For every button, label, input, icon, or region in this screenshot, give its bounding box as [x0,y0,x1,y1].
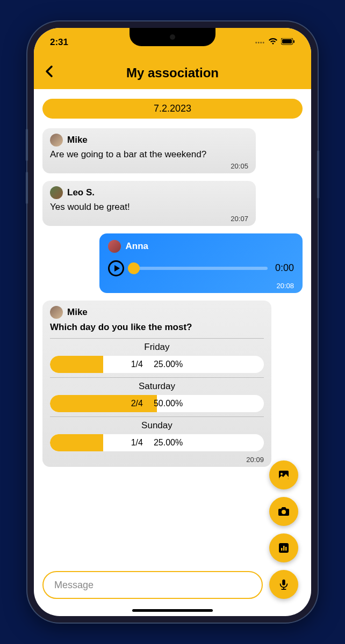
poll-count: 2/4 [131,399,143,408]
poll-option-bar[interactable]: 1/4 25.00% [50,434,264,451]
sender-name: Anna [125,241,148,252]
poll-option-label: Friday [50,342,264,353]
message-placeholder: Message [54,580,94,591]
chat-header: My association [34,57,311,89]
gallery-button[interactable] [269,460,298,489]
microphone-icon [278,579,290,590]
cellular-dots-icon: •••• [255,40,265,46]
avatar[interactable] [108,240,121,253]
message-bubble: Leo S. Yes would be great! 20:07 [42,181,256,226]
svg-point-5 [282,510,286,514]
poll-question: Which day do you like the most? [50,322,264,333]
poll-option-label: Sunday [50,420,264,431]
poll-count: 1/4 [131,360,143,369]
wifi-icon [268,37,278,48]
message-text: Are we going to a bar at the weekend? [50,149,248,161]
image-icon [277,469,290,481]
svg-point-4 [281,473,283,475]
svg-rect-2 [293,40,294,43]
audio-slider[interactable] [132,267,267,270]
back-button[interactable] [45,64,53,82]
battery-icon [281,37,295,48]
svg-rect-1 [282,39,292,43]
chat-title: My association [126,65,219,80]
poll-percent: 25.00% [154,360,183,369]
bar-chart-icon [277,541,290,554]
poll-option-label: Saturday [50,381,264,392]
svg-rect-10 [282,580,285,586]
message-time: 20:07 [50,215,248,223]
poll-button[interactable] [269,533,298,562]
svg-rect-8 [283,546,285,551]
sender-name: Leo S. [67,187,95,198]
avatar[interactable] [50,134,63,147]
message-bubble: Mike Are we going to a bar at the weeken… [42,128,256,173]
message-input[interactable]: Message [42,571,263,599]
svg-rect-7 [281,548,283,551]
camera-icon [277,505,290,518]
camera-button[interactable] [269,497,298,526]
voice-record-button[interactable] [269,570,298,599]
sender-name: Mike [67,307,88,318]
poll-percent: 25.00% [154,438,183,448]
poll-count: 1/4 [131,438,143,448]
message-time: 20:08 [108,282,294,290]
poll-option-bar[interactable]: 2/4 50.00% [50,395,264,412]
sender-name: Mike [67,135,88,145]
voice-message-bubble: Anna 0:00 20:08 [99,233,303,293]
message-text: Yes would be great! [50,201,248,214]
avatar[interactable] [50,186,63,199]
message-time: 20:09 [50,456,264,464]
audio-duration: 0:00 [275,262,294,274]
status-time: 2:31 [50,37,68,48]
date-separator: 7.2.2023 [42,99,303,119]
home-indicator[interactable] [132,609,213,612]
slider-thumb[interactable] [128,262,140,274]
avatar[interactable] [50,306,63,319]
play-button[interactable] [108,260,124,276]
svg-rect-9 [285,547,287,551]
poll-message-bubble: Mike Which day do you like the most? Fri… [42,301,271,467]
poll-option-bar[interactable]: 1/4 25.00% [50,356,264,373]
poll-percent: 50.00% [154,399,183,408]
message-time: 20:05 [50,162,248,170]
